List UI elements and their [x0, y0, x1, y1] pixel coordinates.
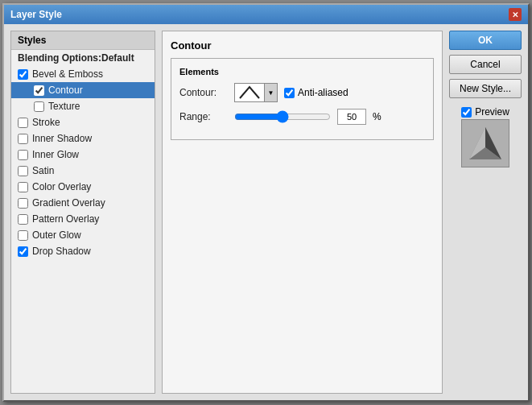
anti-aliased-label[interactable]: Anti-aliased	[284, 87, 348, 98]
sidebar-item-pattern-overlay[interactable]: Pattern Overlay	[11, 211, 155, 227]
sidebar-item-inner-shadow[interactable]: Inner Shadow	[11, 130, 155, 147]
sidebar-item-color-overlay[interactable]: Color Overlay	[11, 179, 155, 195]
checkbox-inner-glow[interactable]	[18, 150, 28, 160]
sidebar-item-inner-glow[interactable]: Inner Glow	[11, 147, 155, 163]
label-color-overlay: Color Overlay	[32, 181, 91, 192]
label-stroke: Stroke	[32, 117, 60, 128]
label-satin: Satin	[32, 165, 54, 176]
anti-aliased-checkbox[interactable]	[284, 88, 295, 98]
label-bevel-emboss: Bevel & Emboss	[32, 68, 103, 80]
right-panel: OK Cancel New Style... Preview	[449, 31, 522, 394]
preview-checkbox[interactable]	[461, 107, 472, 118]
checkbox-pattern-overlay[interactable]	[18, 214, 28, 225]
contour-row: Contour: ▼ Anti-aliased	[179, 83, 425, 102]
checkbox-gradient-overlay[interactable]	[18, 198, 28, 209]
dialog-title: Layer Style	[10, 9, 62, 20]
left-panel: Styles Blending Options:DefaultBevel & E…	[10, 31, 155, 394]
checkbox-outer-glow[interactable]	[18, 230, 28, 241]
checkbox-color-overlay[interactable]	[18, 182, 28, 192]
styles-title: Styles	[11, 31, 155, 50]
label-gradient-overlay: Gradient Overlay	[32, 197, 105, 209]
checkbox-texture[interactable]	[34, 101, 44, 112]
checkbox-inner-shadow[interactable]	[18, 134, 28, 144]
checkbox-stroke[interactable]	[18, 118, 28, 128]
sidebar-item-stroke[interactable]: Stroke	[11, 114, 155, 130]
preview-text: Preview	[475, 106, 509, 118]
preview-section: Preview	[449, 106, 522, 167]
checkbox-satin[interactable]	[18, 166, 28, 176]
contour-dropdown-arrow[interactable]: ▼	[265, 83, 278, 102]
middle-panel: Contour Elements Contour: ▼	[162, 31, 443, 394]
range-row: Range: 50 %	[179, 109, 425, 125]
sidebar-item-satin[interactable]: Satin	[11, 163, 155, 179]
label-blending-options: Blending Options:Default	[18, 52, 134, 64]
elements-title: Elements	[179, 67, 425, 76]
sidebar-item-contour[interactable]: Contour	[11, 82, 155, 98]
range-slider[interactable]	[234, 111, 331, 122]
contour-picker[interactable]	[234, 83, 265, 102]
checkbox-contour[interactable]	[34, 85, 44, 96]
sidebar-item-outer-glow[interactable]: Outer Glow	[11, 227, 155, 243]
ok-button[interactable]: OK	[449, 31, 522, 50]
range-value: 50	[337, 109, 366, 125]
checkbox-bevel-emboss[interactable]	[18, 69, 28, 80]
sidebar-item-blending-options[interactable]: Blending Options:Default	[11, 50, 155, 66]
layer-effects-list: Blending Options:DefaultBevel & EmbossCo…	[11, 50, 155, 259]
label-contour: Contour	[48, 85, 83, 96]
cancel-button[interactable]: Cancel	[449, 55, 522, 74]
sidebar-item-texture[interactable]: Texture	[11, 98, 155, 114]
label-drop-shadow: Drop Shadow	[32, 246, 91, 257]
preview-box	[461, 119, 509, 167]
dialog-body: Styles Blending Options:DefaultBevel & E…	[4, 24, 528, 400]
range-unit: %	[373, 111, 381, 122]
sidebar-item-bevel-emboss[interactable]: Bevel & Emboss	[11, 66, 155, 82]
elements-section: Elements Contour: ▼ Anti-ali	[171, 58, 434, 140]
new-style-button[interactable]: New Style...	[449, 79, 522, 98]
preview-image	[465, 123, 505, 163]
anti-aliased-text: Anti-aliased	[298, 87, 348, 98]
layer-style-dialog: Layer Style ✕ Styles Blending Options:De…	[2, 3, 530, 402]
range-label: Range:	[179, 111, 228, 122]
panel-title: Contour	[171, 39, 434, 52]
sidebar-item-gradient-overlay[interactable]: Gradient Overlay	[11, 195, 155, 211]
label-inner-shadow: Inner Shadow	[32, 133, 92, 144]
contour-label: Contour:	[179, 87, 228, 98]
close-icon: ✕	[512, 10, 518, 19]
contour-curve-icon	[238, 85, 261, 100]
preview-label[interactable]: Preview	[461, 106, 509, 118]
label-pattern-overlay: Pattern Overlay	[32, 213, 99, 225]
label-inner-glow: Inner Glow	[32, 149, 79, 160]
title-bar: Layer Style ✕	[4, 5, 528, 24]
label-outer-glow: Outer Glow	[32, 229, 81, 241]
checkbox-drop-shadow[interactable]	[18, 246, 28, 257]
label-texture: Texture	[48, 101, 80, 112]
close-button[interactable]: ✕	[509, 8, 522, 21]
sidebar-item-drop-shadow[interactable]: Drop Shadow	[11, 243, 155, 259]
